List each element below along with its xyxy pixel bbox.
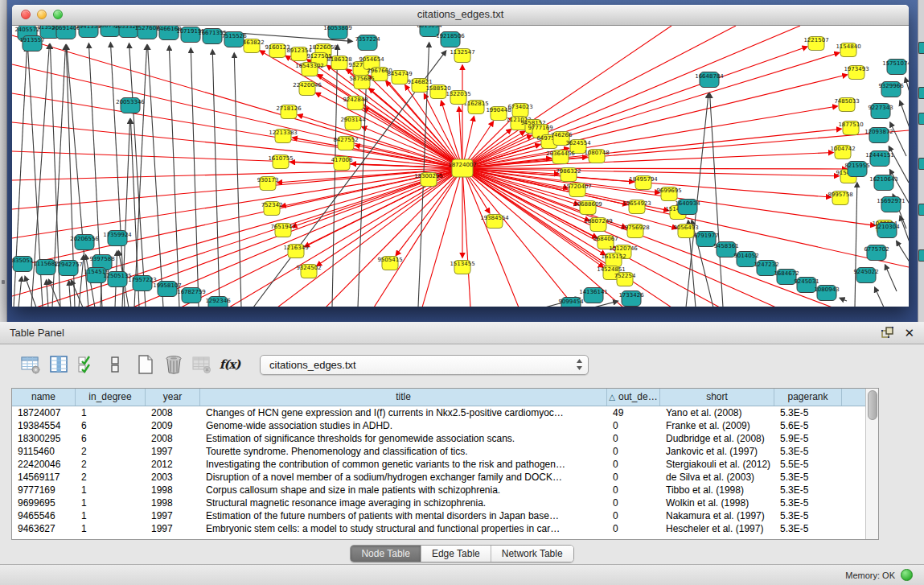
cell-in_degree[interactable]: 6 — [76, 432, 146, 445]
cell-out_de[interactable]: 0 — [607, 509, 660, 522]
cell-title[interactable]: Investigating the contribution of common… — [200, 458, 607, 471]
cell-pagerank[interactable]: 5.3E-5 — [774, 445, 842, 458]
cell-year[interactable]: 1997 — [146, 522, 200, 535]
cell-out_de[interactable]: 0 — [607, 484, 660, 496]
table-mode-icon[interactable] — [19, 354, 41, 376]
table-row[interactable]: 1456911722003Disruption of a novel membe… — [12, 471, 878, 484]
cell-title[interactable]: Corpus callosum shape and size in male p… — [200, 484, 607, 496]
cell-title[interactable]: Genome-wide association studies in ADHD. — [200, 419, 607, 432]
cell-year[interactable]: 1998 — [146, 496, 200, 509]
cell-short[interactable]: Tibbo et al. (1998) — [660, 484, 774, 496]
function-builder-icon[interactable]: f(x) — [219, 354, 240, 376]
cell-pagerank[interactable]: 5.6E-5 — [774, 419, 842, 432]
table-row[interactable]: 1872400712008Changes of HCN gene express… — [12, 406, 878, 419]
cell-short[interactable]: de Silva et al. (2003) — [660, 471, 774, 484]
cell-year[interactable]: 2009 — [146, 419, 200, 432]
tab-edge-table[interactable]: Edge Table — [421, 546, 491, 562]
cell-name[interactable]: 9463627 — [12, 522, 76, 535]
row-height-icon[interactable] — [104, 354, 125, 376]
cell-short[interactable]: Jankovic et al. (1997) — [660, 445, 774, 458]
close-panel-button[interactable]: ✕ — [904, 327, 914, 339]
cell-year[interactable]: 2008 — [146, 432, 200, 445]
cell-name[interactable]: 19384554 — [12, 419, 76, 432]
cell-in_degree[interactable]: 2 — [76, 445, 146, 458]
tab-node-table[interactable]: Node Table — [351, 546, 421, 562]
table-row[interactable]: 969969511998Structural magnetic resonanc… — [12, 496, 878, 509]
cell-short[interactable]: Yano et al. (2008) — [660, 406, 774, 419]
cell-in_degree[interactable]: 2 — [76, 471, 146, 484]
cell-short[interactable]: Franke et al. (2009) — [660, 419, 774, 432]
float-panel-icon[interactable] — [881, 327, 894, 339]
column-header-out_de[interactable]: △out_de… — [607, 389, 660, 406]
cell-out_de[interactable]: 0 — [607, 471, 660, 484]
cell-name[interactable]: 14569117 — [12, 471, 76, 484]
network-view-canvas[interactable]: 1872400718300295193845541572040710688609… — [12, 26, 909, 307]
column-header-short[interactable]: short — [660, 389, 774, 406]
table-row[interactable]: 2242004622012Investigating the contribut… — [12, 458, 878, 471]
table-row[interactable]: 911546021997Tourette syndrome. Phenomeno… — [12, 445, 878, 458]
cell-short[interactable]: Stergiakouli et al. (2012) — [660, 458, 774, 471]
scrollbar-thumb[interactable] — [868, 390, 877, 420]
cell-title[interactable]: Estimation of significance thresholds fo… — [200, 432, 607, 445]
cell-year[interactable]: 2003 — [146, 471, 200, 484]
cell-out_de[interactable]: 0 — [607, 496, 660, 509]
cell-year[interactable]: 1997 — [146, 445, 200, 458]
cell-out_de[interactable]: 0 — [607, 419, 660, 432]
cell-short[interactable]: Nakamura et al. (1997) — [660, 509, 774, 522]
cell-in_degree[interactable]: 1 — [76, 496, 146, 509]
table-vertical-scrollbar[interactable] — [865, 389, 878, 539]
window-titlebar[interactable]: citations_edges.txt — [12, 5, 909, 26]
cell-out_de[interactable]: 0 — [607, 458, 660, 471]
cell-title[interactable]: Changes of HCN gene expression and I(f) … — [200, 406, 607, 419]
cell-year[interactable]: 1997 — [146, 509, 200, 522]
cell-in_degree[interactable]: 1 — [76, 406, 146, 419]
cell-in_degree[interactable]: 2 — [76, 458, 146, 471]
column-header-year[interactable]: year — [146, 389, 200, 406]
column-header-in_degree[interactable]: in_degree — [76, 389, 146, 406]
cell-short[interactable]: Wolkin et al. (1998) — [660, 496, 774, 509]
column-header-name[interactable]: name — [12, 389, 76, 406]
cell-pagerank[interactable]: 5.9E-5 — [774, 432, 842, 445]
column-header-title[interactable]: title — [200, 389, 607, 406]
show-columns-icon[interactable] — [47, 354, 69, 376]
cell-name[interactable]: 18724007 — [12, 406, 76, 419]
select-rows-icon[interactable] — [76, 354, 97, 376]
cell-pagerank[interactable]: 5.5E-5 — [774, 458, 842, 471]
table-row[interactable]: 946554611997Estimation of the future num… — [12, 509, 878, 522]
cell-short[interactable]: Dudbridge et al. (2008) — [660, 432, 774, 445]
table-row[interactable]: 1938455462009Genome-wide association stu… — [12, 419, 878, 432]
create-column-icon[interactable] — [134, 354, 156, 376]
cell-title[interactable]: Structural magnetic resonance image aver… — [200, 496, 607, 509]
cell-title[interactable]: Tourette syndrome. Phenomenology and cla… — [200, 445, 607, 458]
cell-year[interactable]: 2008 — [146, 406, 200, 419]
cell-title[interactable]: Estimation of the future numbers of pati… — [200, 509, 607, 522]
cell-title[interactable]: Disruption of a novel member of a sodium… — [200, 471, 607, 484]
cell-year[interactable]: 1998 — [146, 484, 200, 496]
cell-pagerank[interactable]: 5.3E-5 — [774, 484, 842, 496]
cell-title[interactable]: Embryonic stem cells: a model to study s… — [200, 522, 607, 535]
table-selector-combobox[interactable]: citations_edges.txt — [260, 355, 589, 375]
cell-in_degree[interactable]: 1 — [76, 484, 146, 496]
cell-short[interactable]: Hescheler et al. (1997) — [660, 522, 774, 535]
splitter-handle-icon[interactable] — [2, 280, 5, 284]
cell-name[interactable]: 22420046 — [12, 458, 76, 471]
cell-name[interactable]: 18300295 — [12, 432, 76, 445]
cell-name[interactable]: 9699695 — [12, 496, 76, 509]
cell-out_de[interactable]: 0 — [607, 522, 660, 535]
cell-name[interactable]: 9465546 — [12, 509, 76, 522]
cell-out_de[interactable]: 0 — [607, 445, 660, 458]
cell-pagerank[interactable]: 5.3E-5 — [774, 406, 842, 419]
cell-in_degree[interactable]: 1 — [76, 509, 146, 522]
cell-pagerank[interactable]: 5.3E-5 — [774, 522, 842, 535]
delete-column-icon[interactable] — [162, 354, 184, 376]
table-row[interactable]: 946362711997Embryonic stem cells: a mode… — [12, 522, 878, 535]
table-row[interactable]: 1830029562008Estimation of significance … — [12, 432, 878, 445]
cell-name[interactable]: 9777169 — [12, 484, 76, 496]
left-splitter[interactable] — [0, 0, 7, 322]
cell-in_degree[interactable]: 1 — [76, 522, 146, 535]
cell-year[interactable]: 2012 — [146, 458, 200, 471]
cell-in_degree[interactable]: 6 — [76, 419, 146, 432]
cell-name[interactable]: 9115460 — [12, 445, 76, 458]
cell-pagerank[interactable]: 5.3E-5 — [774, 496, 842, 509]
cell-pagerank[interactable]: 5.3E-5 — [774, 471, 842, 484]
